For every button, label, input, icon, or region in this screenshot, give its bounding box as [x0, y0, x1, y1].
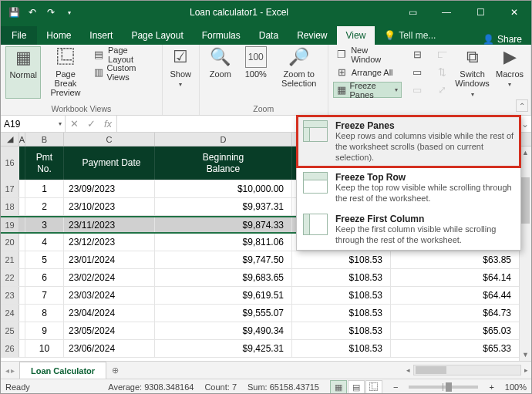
- tab-view[interactable]: View: [337, 26, 375, 45]
- cell[interactable]: $64.14: [391, 269, 519, 286]
- cell[interactable]: 6: [25, 269, 64, 286]
- cell[interactable]: $9,747.50: [155, 251, 292, 268]
- cell[interactable]: $9,555.07: [155, 305, 292, 322]
- insert-function-icon[interactable]: fx: [99, 118, 116, 130]
- tab-formulas[interactable]: Formulas: [193, 26, 250, 45]
- new-sheet-button[interactable]: ⊕: [106, 362, 123, 379]
- cell[interactable]: 23/11/2023: [64, 217, 155, 232]
- view-normal-icon[interactable]: ▦: [330, 380, 347, 394]
- row-header[interactable]: 24: [1, 305, 19, 322]
- sheet-nav-first-icon[interactable]: ◂: [5, 366, 9, 375]
- zoom-to-selection-button[interactable]: 🔎 Zoom to Selection: [275, 46, 323, 99]
- freeze-first-column-option[interactable]: Freeze First Column Keep the first colum…: [297, 209, 520, 251]
- cell[interactable]: $9,425.31: [155, 340, 292, 357]
- view-page-break-icon[interactable]: ⿺: [365, 380, 382, 394]
- cancel-formula-icon[interactable]: ✕: [66, 118, 82, 130]
- collapse-ribbon-icon[interactable]: ⌃: [516, 99, 528, 112]
- view-page-layout-icon[interactable]: ▤: [348, 380, 365, 394]
- cell[interactable]: $65.03: [391, 322, 519, 339]
- macros-button[interactable]: ▶ Macros▾: [493, 46, 526, 99]
- tell-me-search[interactable]: 💡 Tell me...: [375, 26, 445, 45]
- row-header[interactable]: 19: [1, 217, 19, 232]
- show-dropdown-button[interactable]: ☑ Show▾: [167, 46, 194, 99]
- name-box[interactable]: A19 ▾: [1, 116, 66, 132]
- row-header[interactable]: 23: [1, 287, 19, 304]
- cell[interactable]: $65.33: [391, 340, 519, 357]
- tab-data[interactable]: Data: [250, 26, 288, 45]
- tab-home[interactable]: Home: [37, 26, 80, 45]
- cell[interactable]: [19, 180, 25, 197]
- cell[interactable]: [19, 322, 25, 339]
- view-side-by-side-button[interactable]: ⫍: [433, 46, 451, 62]
- minimize-icon[interactable]: —: [429, 1, 463, 24]
- cell[interactable]: 23/02/2024: [64, 269, 155, 286]
- cell[interactable]: 7: [25, 287, 64, 304]
- cell[interactable]: [19, 287, 25, 304]
- hscroll-right-icon[interactable]: ▸: [524, 366, 528, 374]
- cell[interactable]: $10,000.00: [155, 180, 292, 197]
- cell[interactable]: [19, 340, 25, 357]
- zoom-level[interactable]: 100%: [505, 382, 527, 392]
- arrange-all-button[interactable]: ⊞Arrange All: [333, 64, 402, 80]
- custom-views-button[interactable]: ▥Custom Views: [90, 64, 157, 80]
- sync-scroll-button[interactable]: ⇅: [433, 64, 451, 80]
- cell[interactable]: $64.44: [391, 287, 519, 304]
- qat-customize-icon[interactable]: ▾: [61, 4, 78, 21]
- cell[interactable]: 4: [25, 234, 64, 251]
- row-header[interactable]: 20: [1, 234, 19, 251]
- page-layout-view-button[interactable]: ▤Page Layout: [90, 46, 157, 62]
- cell[interactable]: [19, 269, 25, 286]
- zoom-in-icon[interactable]: +: [489, 382, 493, 392]
- cell[interactable]: $9,874.33: [155, 217, 292, 232]
- row-header[interactable]: 18: [1, 198, 19, 215]
- cell[interactable]: 9: [25, 322, 64, 339]
- cell[interactable]: $63.85: [391, 251, 519, 268]
- zoom-100-button[interactable]: 100 100%: [240, 46, 272, 99]
- cell[interactable]: $108.53: [292, 305, 391, 322]
- cell[interactable]: Pmt No.: [25, 146, 64, 180]
- cell[interactable]: [19, 305, 25, 322]
- cell[interactable]: 23/03/2024: [64, 287, 155, 304]
- cell[interactable]: $9,811.06: [155, 234, 292, 251]
- zoom-slider[interactable]: [409, 386, 478, 389]
- cell[interactable]: $9,937.31: [155, 198, 292, 215]
- cell[interactable]: 23/09/2023: [64, 180, 155, 197]
- tab-page-layout[interactable]: Page Layout: [122, 26, 192, 45]
- cell[interactable]: 23/10/2023: [64, 198, 155, 215]
- cell[interactable]: 2: [25, 198, 64, 215]
- tab-review[interactable]: Review: [288, 26, 336, 45]
- cell[interactable]: Beginning Balance: [155, 146, 292, 180]
- col-header-c[interactable]: C: [64, 133, 155, 146]
- close-icon[interactable]: ✕: [497, 1, 531, 24]
- cell[interactable]: 23/01/2024: [64, 251, 155, 268]
- cell[interactable]: $64.73: [391, 305, 519, 322]
- ribbon-options-icon[interactable]: ▭: [396, 1, 429, 24]
- col-header-d[interactable]: D: [155, 133, 292, 146]
- tab-file[interactable]: File: [1, 26, 37, 45]
- cell[interactable]: $108.53: [292, 322, 391, 339]
- row-header[interactable]: 25: [1, 322, 19, 339]
- cell[interactable]: $108.53: [292, 251, 391, 268]
- cell[interactable]: 3: [25, 217, 64, 232]
- maximize-icon[interactable]: ☐: [463, 1, 497, 24]
- sheet-tab-active[interactable]: Loan Calculator: [19, 362, 106, 379]
- row-header[interactable]: 16: [1, 146, 19, 180]
- cell[interactable]: 10: [25, 340, 64, 357]
- cell[interactable]: 23/04/2024: [64, 305, 155, 322]
- cell[interactable]: 23/05/2024: [64, 322, 155, 339]
- row-header[interactable]: 22: [1, 269, 19, 286]
- cell[interactable]: $108.53: [292, 287, 391, 304]
- zoom-button[interactable]: 🔍 Zoom: [204, 46, 237, 99]
- select-all-corner[interactable]: ◢: [1, 133, 19, 146]
- scroll-down-icon[interactable]: ▼: [520, 349, 531, 361]
- row-header[interactable]: 17: [1, 180, 19, 197]
- cell[interactable]: $9,490.34: [155, 322, 292, 339]
- horizontal-scrollbar[interactable]: [413, 365, 521, 375]
- freeze-panes-button[interactable]: ▦Freeze Panes ▾: [333, 82, 402, 98]
- cell[interactable]: [19, 198, 25, 215]
- cell[interactable]: $108.53: [292, 340, 391, 357]
- save-icon[interactable]: 💾: [5, 4, 22, 21]
- hscroll-left-icon[interactable]: ◂: [406, 366, 410, 374]
- hide-button[interactable]: ▭: [408, 64, 426, 80]
- row-header[interactable]: 26: [1, 340, 19, 357]
